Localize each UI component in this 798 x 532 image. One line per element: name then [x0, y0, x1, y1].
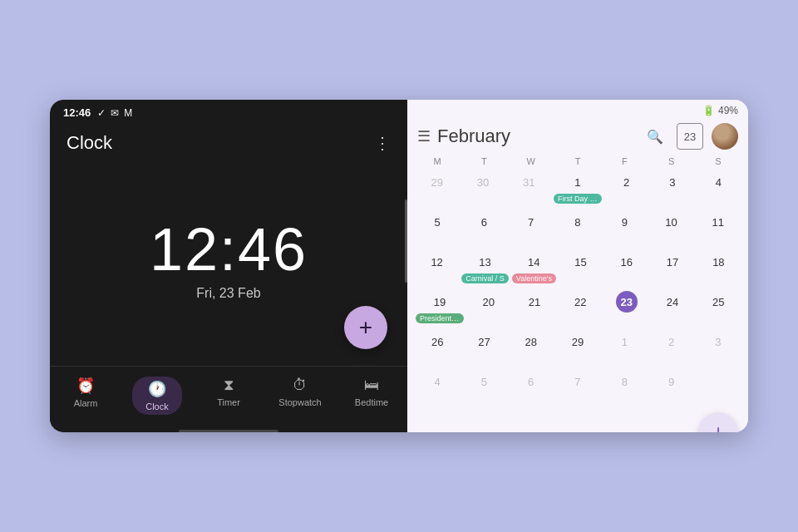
day-num: 13 — [475, 251, 496, 273]
cal-day-8[interactable]: 8 — [554, 209, 601, 249]
cal-day-25[interactable]: 25 — [696, 289, 741, 329]
cal-day-29-prev[interactable]: 29 — [414, 170, 460, 209]
calendar-panel: 🔋 49% ☰ February 🔍 23 M — [407, 100, 748, 432]
day-num: 26 — [426, 331, 448, 352]
cal-day-15[interactable]: 15 — [558, 249, 603, 289]
cal-search-button[interactable]: 🔍 — [642, 123, 668, 150]
cal-week-1: 29 30 31 1 First Day o… 2 3 4 — [414, 170, 741, 209]
weekday-fri: F — [601, 156, 648, 166]
cal-day-18[interactable]: 18 — [696, 249, 741, 289]
weekday-thu: T — [554, 156, 601, 166]
weekday-tue: T — [461, 156, 507, 166]
alarm-label: Alarm — [74, 398, 98, 408]
cal-day-30-prev[interactable]: 30 — [460, 170, 505, 209]
cal-day-9-next[interactable]: 9 — [648, 369, 694, 409]
cal-day-13[interactable]: 13 Carnival / S — [460, 249, 510, 289]
cal-fab-button[interactable]: + — [698, 412, 738, 432]
cal-day-16[interactable]: 16 — [603, 249, 649, 289]
day-num: 29 — [567, 331, 589, 352]
cal-day-11[interactable]: 11 — [695, 209, 741, 249]
cal-week-2: 5 6 7 8 9 10 11 — [414, 209, 741, 249]
cal-week-3: 12 13 Carnival / S 14 Valentine's 15 16 … — [414, 249, 741, 289]
event-valentine: Valentine's — [512, 273, 556, 283]
cal-header-icons: 🔍 23 — [642, 123, 738, 150]
status-bar: 12:46 ✓ ✉ M — [50, 100, 407, 126]
day-num: 31 — [518, 171, 539, 193]
day-num: 22 — [569, 291, 591, 313]
cal-today-button[interactable]: 23 — [677, 123, 703, 150]
cal-day-21[interactable]: 21 — [511, 289, 557, 329]
cal-footer: ... + ... — [407, 409, 748, 432]
day-num: 15 — [570, 251, 592, 273]
cal-day-8-next[interactable]: 8 — [601, 369, 648, 409]
cal-day-6-next[interactable]: 6 — [508, 369, 554, 409]
clock-panel: 12:46 ✓ ✉ M Clock ⋮ 12:46 Fri, 23 Feb + … — [50, 100, 407, 432]
day-num: 18 — [707, 251, 729, 273]
cal-day-2[interactable]: 2 — [603, 170, 649, 209]
cal-day-6[interactable]: 6 — [461, 209, 507, 249]
cal-day-7-next[interactable]: 7 — [554, 369, 601, 409]
cal-day-5[interactable]: 5 — [414, 209, 461, 249]
nav-item-alarm[interactable]: ⏰ Alarm — [50, 373, 121, 418]
nav-item-timer[interactable]: ⧗ Timer — [193, 373, 264, 418]
cal-day-24[interactable]: 24 — [649, 289, 695, 329]
clock-date-display: Fri, 23 Feb — [196, 286, 260, 301]
cal-day-19[interactable]: 19 Presidents'… — [414, 289, 466, 329]
cal-day-7[interactable]: 7 — [508, 209, 554, 249]
day-num: 24 — [662, 291, 683, 313]
stopwatch-label: Stopwatch — [278, 397, 321, 407]
clock-main: 12:46 Fri, 23 Feb + — [50, 154, 407, 366]
clock-app-title: Clock — [66, 132, 112, 154]
cal-day-26[interactable]: 26 — [414, 329, 461, 369]
nav-item-bedtime[interactable]: 🛏 Bedtime — [336, 373, 407, 418]
weekday-sat: S — [648, 156, 694, 166]
cal-day-1-next[interactable]: 1 — [601, 329, 648, 369]
cal-day-28[interactable]: 28 — [508, 329, 554, 369]
message-icon: ✉ — [111, 107, 119, 119]
nav-item-clock[interactable]: 🕐 Clock — [121, 373, 193, 418]
cal-day-2-next[interactable]: 2 — [648, 329, 694, 369]
clock-bottom-nav: ⏰ Alarm 🕐 Clock ⧗ Timer ⏱ Stopwatch 🛏 Be… — [50, 366, 407, 426]
clock-header: Clock ⋮ — [50, 126, 407, 154]
day-num: 10 — [661, 211, 682, 233]
cal-day-22[interactable]: 22 — [558, 289, 603, 329]
day-num: 12 — [426, 251, 448, 273]
avatar-image — [712, 123, 738, 150]
cal-day-20[interactable]: 20 — [466, 289, 511, 329]
hamburger-menu-icon[interactable]: ☰ — [417, 127, 431, 145]
cal-day-3[interactable]: 3 — [649, 170, 695, 209]
cal-day-27[interactable]: 27 — [461, 329, 507, 369]
cal-day-4[interactable]: 4 — [696, 170, 741, 209]
cal-header: ☰ February 🔍 23 — [407, 118, 748, 155]
clock-fab-button[interactable]: + — [344, 306, 387, 349]
cal-day-23[interactable]: 23 — [603, 289, 649, 329]
day-num: 9 — [661, 371, 682, 392]
cal-day-5-next[interactable]: 5 — [461, 369, 507, 409]
day-num: 9 — [613, 211, 635, 233]
day-num: 16 — [616, 251, 638, 273]
day-num: 4 — [707, 171, 729, 193]
event-carnival: Carnival / S — [461, 273, 509, 283]
clock-time-display: 12:46 — [150, 219, 308, 279]
cal-day-4-next[interactable]: 4 — [414, 369, 461, 409]
cal-day-14[interactable]: 14 Valentine's — [510, 249, 558, 289]
user-avatar[interactable] — [712, 123, 738, 150]
cal-day-17[interactable]: 17 — [649, 249, 695, 289]
cal-day-12[interactable]: 12 — [414, 249, 460, 289]
cal-day-29[interactable]: 29 — [554, 329, 601, 369]
day-num: 4 — [426, 371, 448, 392]
cal-day-9[interactable]: 9 — [601, 209, 648, 249]
day-num: 3 — [707, 331, 729, 352]
day-num: 6 — [473, 211, 495, 233]
weekday-wed: W — [508, 156, 554, 166]
day-num: 19 — [429, 291, 451, 313]
search-icon: 🔍 — [647, 129, 663, 145]
nav-item-stopwatch[interactable]: ⏱ Stopwatch — [264, 373, 336, 418]
clock-menu-button[interactable]: ⋮ — [374, 133, 391, 153]
cal-day-31-prev[interactable]: 31 — [506, 170, 552, 209]
cal-day-1[interactable]: 1 First Day o… — [552, 170, 603, 209]
cal-day-3-next[interactable]: 3 — [695, 329, 741, 369]
day-num: 7 — [567, 371, 589, 392]
cal-day-10[interactable]: 10 — [648, 209, 694, 249]
day-num: 29 — [426, 171, 448, 193]
